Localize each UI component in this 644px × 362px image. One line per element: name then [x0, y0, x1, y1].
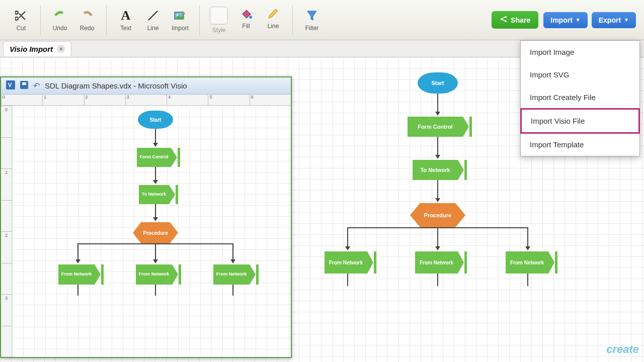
connector[interactable]	[155, 129, 156, 144]
text-icon: A	[119, 9, 133, 23]
line-style-tool[interactable]: Line	[261, 5, 285, 32]
arrow-head-icon	[153, 217, 158, 221]
line2-label: Line	[268, 23, 279, 30]
export-button[interactable]: Export ▼	[592, 12, 636, 28]
connector[interactable]	[155, 167, 156, 181]
undo-tool[interactable]: Undo	[48, 7, 72, 34]
menu-import-visio[interactable]: Import Visio File	[520, 108, 640, 134]
import-dropdown-menu: Import Image Import SVG Import Creately …	[520, 40, 640, 156]
connector[interactable]	[77, 285, 78, 296]
line-label: Line	[147, 25, 159, 32]
connector[interactable]	[527, 227, 528, 247]
shape-to-network[interactable]: To Network	[413, 160, 458, 180]
visio-shape-form-control[interactable]: Form Control	[137, 148, 171, 167]
menu-import-image[interactable]: Import Image	[521, 41, 639, 63]
menu-import-template[interactable]: Import Template	[521, 133, 639, 156]
arrow-head-icon	[75, 259, 80, 263]
style-tool[interactable]: Style	[207, 5, 231, 36]
arrow-head-icon	[435, 198, 440, 202]
tab-visio-import[interactable]: Visio Import ×	[3, 41, 71, 56]
line-tool[interactable]: Line	[141, 7, 165, 34]
arrow-head-icon	[435, 155, 440, 159]
fill-tool[interactable]: Fill	[234, 5, 258, 32]
fill-label: Fill	[242, 23, 250, 30]
shape-from-network-2[interactable]: From Network	[415, 251, 458, 274]
pencil-icon	[266, 7, 280, 21]
export-btn-label: Export	[599, 16, 621, 24]
menu-import-creately[interactable]: Import Creately File	[521, 86, 639, 109]
shape-from-network-3[interactable]: From Network	[506, 251, 548, 274]
tab-title: Visio Import	[10, 45, 53, 53]
funnel-icon	[305, 9, 319, 23]
share-label: Share	[511, 16, 530, 24]
arrow-head-icon	[525, 246, 530, 250]
text-tool[interactable]: A Text	[114, 7, 138, 34]
dropdown-caret-icon: ▼	[624, 17, 629, 23]
visio-shape-from-2[interactable]: From Network	[136, 264, 172, 285]
connector[interactable]	[347, 227, 348, 247]
arrow-head-icon	[153, 259, 158, 263]
connector[interactable]	[437, 180, 438, 199]
visio-title: SDL Diagram Shapes.vdx - Microsoft Visio	[45, 81, 187, 90]
separator	[199, 5, 200, 35]
filter-tool[interactable]: Filter	[300, 7, 324, 34]
connector[interactable]	[155, 285, 156, 296]
separator	[106, 5, 107, 35]
visio-shape-from-1[interactable]: From Network	[58, 264, 95, 285]
dropdown-caret-icon: ▼	[576, 17, 581, 23]
scissors-icon	[14, 9, 28, 23]
main-toolbar: Cut Undo Redo A Text Line	[0, 0, 644, 40]
connector[interactable]	[437, 94, 438, 113]
import-img-label: Import	[172, 25, 189, 32]
visio-shape-from-3[interactable]: From Network	[213, 264, 250, 285]
visio-h-ruler: 0123456	[1, 95, 291, 106]
redo-icon	[80, 9, 94, 23]
menu-import-svg[interactable]: Import SVG	[521, 63, 639, 86]
tab-close-icon[interactable]: ×	[57, 45, 65, 53]
visio-titlebar: V ↶ SDL Diagram Shapes.vdx - Microsoft V…	[1, 77, 291, 95]
shape-form-control[interactable]: Form Control	[408, 117, 463, 137]
style-swatch-icon	[210, 7, 228, 25]
connector[interactable]	[437, 137, 438, 156]
image-import-icon	[173, 9, 187, 23]
shape-procedure[interactable]: Procedure	[410, 203, 465, 227]
import-image-tool[interactable]: Import	[168, 7, 192, 34]
save-icon[interactable]	[20, 81, 28, 90]
separator	[292, 5, 293, 35]
svg-point-3	[249, 16, 252, 19]
svg-text:V: V	[8, 82, 12, 88]
connector[interactable]	[527, 274, 528, 286]
style-label: Style	[212, 27, 226, 34]
paint-bucket-icon	[239, 7, 253, 21]
visio-shape-start[interactable]: Start	[138, 111, 173, 129]
undo-icon[interactable]: ↶	[33, 81, 40, 90]
share-icon	[500, 15, 508, 25]
import-button[interactable]: Import ▼	[543, 12, 587, 28]
visio-shape-to-network[interactable]: To Network	[139, 185, 169, 204]
share-button[interactable]: Share	[492, 11, 538, 29]
connector[interactable]	[155, 243, 156, 260]
connector[interactable]	[232, 285, 233, 296]
shape-from-network-1[interactable]: From Network	[325, 251, 367, 274]
visio-app-icon: V	[6, 80, 15, 91]
shape-start[interactable]: Start	[418, 72, 458, 94]
undo-label: Undo	[53, 25, 67, 32]
visio-canvas[interactable]: Start Form Control To Network Procedure …	[12, 106, 291, 357]
arrow-head-icon	[153, 143, 158, 147]
connector[interactable]	[232, 243, 233, 260]
connector[interactable]	[347, 274, 348, 286]
arrow-head-icon	[345, 246, 350, 250]
connector[interactable]	[77, 243, 78, 260]
visio-shape-procedure[interactable]: Procedure	[133, 222, 178, 243]
visio-v-ruler: 0123	[1, 106, 12, 357]
filter-label: Filter	[305, 25, 319, 32]
arrow-head-icon	[153, 180, 158, 184]
redo-label: Redo	[80, 25, 95, 32]
creately-watermark: create	[606, 343, 639, 356]
arrow-head-icon	[230, 259, 235, 263]
connector[interactable]	[155, 204, 156, 218]
connector[interactable]	[437, 227, 438, 247]
connector[interactable]	[437, 274, 438, 286]
redo-tool[interactable]: Redo	[75, 7, 99, 34]
cut-tool[interactable]: Cut	[9, 7, 33, 34]
